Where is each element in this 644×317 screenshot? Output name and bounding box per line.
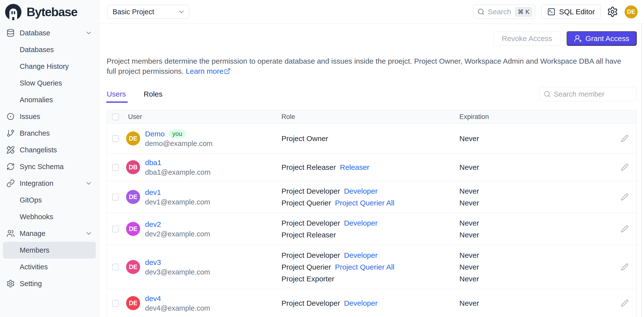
user-cell: DEDemoyoudemo@example.com — [123, 129, 282, 148]
row-checkbox[interactable] — [112, 135, 119, 142]
sidebar-item-setting[interactable]: Setting — [3, 275, 96, 292]
chevron-down-icon — [85, 180, 92, 187]
role-line: Project QuerierProject Querier All — [282, 197, 460, 209]
member-name-link[interactable]: dev4 — [145, 294, 161, 304]
sidebar-item-slow-queries[interactable]: Slow Queries — [3, 75, 96, 92]
bytebase-logo-icon — [4, 3, 22, 22]
user-cell: DEdev4dev4@example.com — [123, 294, 282, 313]
expiration-cell: NeverNever — [460, 217, 601, 241]
row-checkbox[interactable] — [112, 300, 119, 307]
member-name-link[interactable]: dev3 — [145, 257, 161, 267]
learn-more-link[interactable]: Learn more — [186, 67, 230, 75]
sidebar-item-sync-schema[interactable]: Sync Schema — [3, 158, 96, 175]
topbar-right: Search ⌘ K SQL Editor DE — [473, 5, 638, 19]
column-header-user: User — [123, 113, 282, 121]
role-link[interactable]: Releaser — [340, 163, 370, 171]
sidebar-item-integration[interactable]: Integration — [3, 175, 96, 192]
expiration-cell: Never — [460, 162, 601, 173]
user-avatar[interactable]: DE — [624, 6, 638, 18]
row-checkbox[interactable] — [112, 264, 119, 270]
sidebar-item-issues[interactable]: Issues — [3, 108, 96, 125]
role-link[interactable]: Developer — [344, 219, 378, 227]
sidebar-item-databases[interactable]: Databases — [3, 41, 96, 58]
sidebar-item-members[interactable]: Members — [3, 242, 96, 258]
edit-member-button[interactable] — [621, 263, 628, 271]
expiration-cell: Never — [460, 133, 601, 144]
project-select[interactable]: Basic Project — [108, 5, 189, 19]
role-text: Project Querier — [282, 199, 331, 207]
tab-roles[interactable]: Roles — [144, 90, 162, 98]
role-line: Project Exporter — [282, 273, 460, 285]
sidebar-item-label: Issues — [20, 112, 40, 121]
row-checkbox[interactable] — [112, 164, 119, 171]
project-select-value: Basic Project — [112, 8, 154, 16]
sql-editor-label: SQL Editor — [559, 8, 595, 16]
member-name-link[interactable]: Demo — [145, 129, 165, 139]
tab-users[interactable]: Users — [107, 90, 126, 98]
role-link[interactable]: Developer — [344, 251, 378, 259]
tabs: Users Roles — [107, 90, 162, 98]
sidebar-item-branches[interactable]: Branches — [3, 125, 96, 142]
sidebar-item-anomalies[interactable]: Anomalies — [3, 92, 96, 108]
issue-icon — [6, 112, 15, 121]
sidebar-item-webhooks[interactable]: Webhooks — [3, 208, 96, 225]
member-name-link[interactable]: dev2 — [145, 219, 161, 229]
sidebar-item-manage[interactable]: Manage — [3, 225, 96, 242]
list-toolbar: Users Roles — [107, 87, 637, 101]
member-search-input[interactable] — [554, 90, 632, 98]
grant-access-button[interactable]: Grant Access — [566, 31, 637, 46]
main-area: Basic Project Search ⌘ K SQL Editor DE — [99, 0, 644, 317]
expiration-value: Never — [460, 133, 601, 144]
table-row: DEdev4dev4@example.comProject DeveloperD… — [107, 289, 636, 317]
edit-member-button[interactable] — [621, 135, 628, 142]
row-checkbox[interactable] — [112, 226, 119, 232]
edit-member-button[interactable] — [621, 164, 628, 171]
select-all-checkbox[interactable] — [112, 114, 119, 120]
changelist-icon — [6, 146, 15, 154]
sidebar-item-label: Databases — [20, 46, 54, 54]
member-name-link[interactable]: dba1 — [145, 158, 162, 168]
page-description: Project members determine the permission… — [107, 56, 622, 76]
row-checkbox[interactable] — [112, 194, 119, 200]
role-text: Project Developer — [282, 251, 340, 259]
role-link[interactable]: Project Querier All — [335, 199, 394, 207]
member-name-link[interactable]: dev1 — [145, 187, 161, 197]
role-link[interactable]: Developer — [344, 299, 378, 307]
role-text: Project Developer — [282, 299, 340, 307]
edit-member-button[interactable] — [621, 225, 628, 233]
table-row: DEdev2dev2@example.comProject DeveloperD… — [107, 213, 636, 245]
expiration-value: Never — [460, 261, 601, 273]
column-header-role: Role — [282, 113, 460, 121]
global-search-button[interactable]: Search ⌘ K — [473, 5, 535, 19]
brand-logo[interactable]: Bytebase — [0, 0, 99, 22]
user-cell: DBdba1dba1@example.com — [123, 158, 282, 177]
edit-member-button[interactable] — [621, 299, 628, 307]
member-email: dev4@example.com — [145, 304, 210, 313]
revoke-access-button[interactable]: Revoke Access — [494, 31, 561, 46]
sql-editor-button[interactable]: SQL Editor — [542, 5, 600, 19]
avatar: DE — [126, 222, 140, 236]
link-icon — [6, 179, 15, 188]
users-icon — [6, 229, 15, 238]
sidebar-item-changelists[interactable]: Changelists — [3, 142, 96, 158]
role-link[interactable]: Developer — [344, 187, 378, 195]
sidebar-item-gitops[interactable]: GitOps — [3, 192, 96, 208]
sidebar-nav: DatabaseDatabasesChange HistorySlow Quer… — [0, 22, 99, 292]
member-email: dba1@example.com — [145, 168, 210, 177]
sidebar-item-change-history[interactable]: Change History — [3, 58, 96, 75]
role-text: Project Releaser — [282, 231, 336, 239]
edit-member-button[interactable] — [621, 193, 628, 201]
sidebar-item-activities[interactable]: Activities — [3, 258, 96, 275]
settings-gear-icon[interactable] — [607, 6, 618, 18]
column-header-expiration: Expiration — [460, 113, 601, 121]
avatar: DE — [126, 190, 140, 204]
role-link[interactable]: Project Querier All — [335, 263, 394, 271]
sidebar-item-label: Members — [20, 246, 50, 254]
terminal-icon — [547, 8, 556, 16]
sidebar-item-label: Changelists — [20, 146, 57, 154]
expiration-value: Never — [460, 185, 601, 197]
table-header: User Role Expiration — [107, 110, 636, 124]
sidebar-item-database[interactable]: Database — [3, 24, 96, 41]
expiration-value: Never — [460, 217, 601, 229]
avatar: DE — [126, 296, 140, 310]
